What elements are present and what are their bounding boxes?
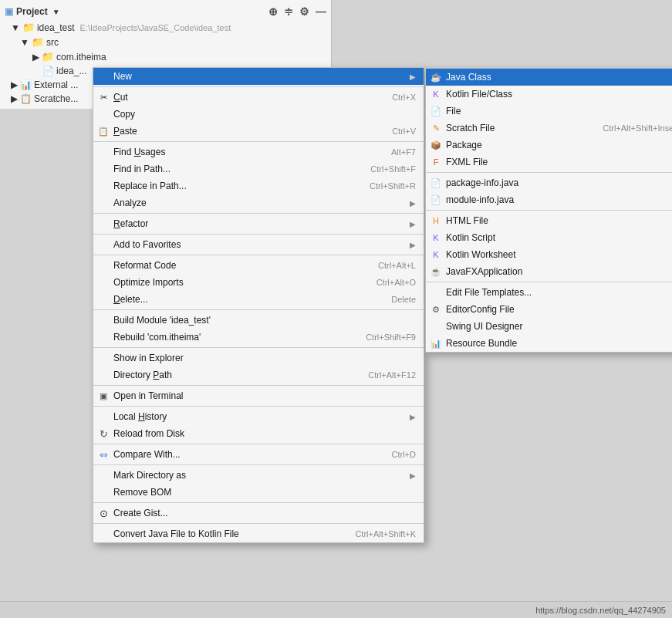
html-icon: H xyxy=(431,215,441,226)
sep7 xyxy=(93,385,424,386)
submenu-item-fxml[interactable]: F FXML File xyxy=(426,154,672,171)
tree-item-com[interactable]: ▶ 📁 com.itheima xyxy=(0,49,331,64)
submenu-item-javafx[interactable]: ☕ JavaFXApplication xyxy=(426,263,672,280)
sep8 xyxy=(93,406,424,407)
convert-java-shortcut: Ctrl+Alt+Shift+K xyxy=(355,529,416,539)
menu-item-replace-in-path[interactable]: Replace in Path... Ctrl+Shift+R xyxy=(93,177,424,194)
submenu-item-resource-bundle[interactable]: 📊 Resource Bundle xyxy=(426,335,672,352)
menu-item-reload-from-disk[interactable]: ↻ Reload from Disk xyxy=(93,425,424,442)
tree-label-external: External ... xyxy=(34,79,78,90)
menu-item-add-to-favorites[interactable]: Add to Favorites ▶ xyxy=(93,236,424,253)
submenu-item-edit-templates[interactable]: Edit File Templates... xyxy=(426,284,672,301)
show-in-explorer-label: Show in Explorer xyxy=(113,353,184,363)
reload-icon: ↻ xyxy=(98,428,109,439)
swing-ui-label: Swing UI Designer xyxy=(446,321,522,332)
submenu-item-kotlin-file[interactable]: K Kotlin File/Class xyxy=(426,86,672,103)
fxml-icon: F xyxy=(431,157,441,167)
gist-icon: ⊙ xyxy=(98,508,109,518)
menu-item-new[interactable]: New ▶ ☕ Java Class K Kotlin File/Class 📄… xyxy=(93,68,424,85)
tree-arrow-src: ▼ xyxy=(20,37,29,48)
sep10 xyxy=(93,464,424,465)
package-info-icon: 📄 xyxy=(431,177,441,188)
find-usages-shortcut: Alt+F7 xyxy=(391,147,416,157)
tree-label-com: com.itheima xyxy=(56,52,106,62)
project-title-bar: ▣ Project ▼ ⊕ ≑ ⚙ — xyxy=(0,3,331,20)
sep11 xyxy=(93,502,424,503)
menu-item-find-usages[interactable]: Find Usages Alt+F7 xyxy=(93,144,424,160)
scratch-icon-tree: 📋 xyxy=(20,93,32,104)
mark-directory-arrow: ▶ xyxy=(410,471,416,480)
settings-icon[interactable]: ⚙ xyxy=(299,5,309,18)
status-url: https://blog.csdn.net/qq_44274905 xyxy=(535,606,666,615)
submenu-sep2 xyxy=(426,210,672,211)
sep2 xyxy=(93,213,424,214)
submenu-item-kotlin-worksheet[interactable]: K Kotlin Worksheet xyxy=(426,246,672,263)
refactor-label: Refactor xyxy=(113,218,148,229)
menu-item-build-module[interactable]: Build Module 'idea_test' xyxy=(93,312,424,329)
create-gist-label: Create Gist... xyxy=(113,508,168,518)
menu-item-compare-with[interactable]: ⇔ Compare With... Ctrl+D xyxy=(93,446,424,463)
rebuild-shortcut: Ctrl+Shift+F9 xyxy=(366,333,416,342)
target-icon[interactable]: ⊕ xyxy=(268,5,278,18)
tree-label-idea-file: idea_... xyxy=(56,66,86,76)
menu-item-cut[interactable]: ✂ Cut Ctrl+X xyxy=(93,89,424,106)
analyze-arrow: ▶ xyxy=(410,199,416,208)
javafx-icon: ☕ xyxy=(431,266,441,277)
scratch-file-icon: ✎ xyxy=(431,123,441,133)
menu-item-find-in-path[interactable]: Find in Path... Ctrl+Shift+F xyxy=(93,160,424,177)
submenu-item-kotlin-script[interactable]: K Kotlin Script xyxy=(426,229,672,246)
java-class-icon: ☕ xyxy=(431,72,441,83)
replace-in-path-shortcut: Ctrl+Shift+R xyxy=(370,181,416,191)
menu-item-open-terminal[interactable]: ▣ Open in Terminal xyxy=(93,387,424,404)
paste-label: Paste xyxy=(113,126,137,137)
submenu-item-package[interactable]: 📦 Package xyxy=(426,137,672,154)
fxml-label: FXML File xyxy=(446,157,488,167)
submenu-item-editorconfig[interactable]: ⚙ EditorConfig File xyxy=(426,301,672,318)
optimize-imports-shortcut: Ctrl+Alt+O xyxy=(377,278,416,287)
package-icon: 📦 xyxy=(431,140,441,150)
menu-item-remove-bom[interactable]: Remove BOM xyxy=(93,484,424,501)
menu-item-rebuild[interactable]: Rebuild 'com.itheima' Ctrl+Shift+F9 xyxy=(93,329,424,346)
reformat-code-shortcut: Ctrl+Alt+L xyxy=(378,261,416,270)
find-in-path-label: Find in Path... xyxy=(113,164,171,174)
open-terminal-label: Open in Terminal xyxy=(113,390,184,401)
submenu-item-file[interactable]: 📄 File xyxy=(426,103,672,120)
package-label: Package xyxy=(446,140,482,150)
package-info-label: package-info.java xyxy=(446,177,518,188)
menu-item-directory-path[interactable]: Directory Path Ctrl+Alt+F12 xyxy=(93,366,424,383)
menu-item-reformat-code[interactable]: Reformat Code Ctrl+Alt+L xyxy=(93,257,424,274)
folder-icon-com: 📁 xyxy=(42,51,54,62)
minimize-icon[interactable]: — xyxy=(316,5,326,18)
scratch-file-label: Scratch File xyxy=(446,123,495,133)
submenu-item-package-info[interactable]: 📄 package-info.java xyxy=(426,174,672,191)
menu-item-paste[interactable]: 📋 Paste Ctrl+V xyxy=(93,123,424,140)
menu-item-mark-directory[interactable]: Mark Directory as ▶ xyxy=(93,467,424,484)
menu-item-local-history[interactable]: Local History ▶ xyxy=(93,408,424,425)
tree-arrow-scratches: ▶ xyxy=(11,93,18,104)
sep9 xyxy=(93,444,424,444)
submenu-item-scratch-file[interactable]: ✎ Scratch File Ctrl+Alt+Shift+Insert xyxy=(426,120,672,137)
project-dropdown-icon[interactable]: ▼ xyxy=(52,8,60,16)
copy-label: Copy xyxy=(113,109,135,120)
menu-item-refactor[interactable]: Refactor ▶ xyxy=(93,215,424,232)
html-label: HTML File xyxy=(446,215,488,226)
menu-item-convert-java[interactable]: Convert Java File to Kotlin File Ctrl+Al… xyxy=(93,525,424,542)
analyze-label: Analyze xyxy=(113,198,147,208)
menu-item-delete[interactable]: Delete... Delete xyxy=(93,291,424,308)
submenu-item-module-info[interactable]: 📄 module-info.java xyxy=(426,191,672,208)
replace-in-path-label: Replace in Path... xyxy=(113,181,187,191)
tree-item-idea-test[interactable]: ▼ 📁 idea_test E:\IdeaProjects\JavaSE_Cod… xyxy=(0,20,331,35)
submenu-item-java-class[interactable]: ☕ Java Class xyxy=(426,69,672,86)
menu-item-show-in-explorer[interactable]: Show in Explorer xyxy=(93,350,424,366)
tree-item-src[interactable]: ▼ 📁 src xyxy=(0,35,331,49)
submenu-item-html[interactable]: H HTML File xyxy=(426,212,672,229)
submenu-item-swing-ui[interactable]: Swing UI Designer ▶ xyxy=(426,318,672,335)
cut-icon: ✂ xyxy=(98,92,109,103)
menu-item-analyze[interactable]: Analyze ▶ xyxy=(93,194,424,211)
editorconfig-icon: ⚙ xyxy=(431,304,441,315)
menu-item-copy[interactable]: Copy xyxy=(93,106,424,123)
menu-item-create-gist[interactable]: ⊙ Create Gist... xyxy=(93,505,424,522)
menu-item-optimize-imports[interactable]: Optimize Imports Ctrl+Alt+O xyxy=(93,274,424,291)
layout-icon[interactable]: ≑ xyxy=(284,5,293,18)
new-submenu-arrow: ▶ xyxy=(410,73,416,81)
